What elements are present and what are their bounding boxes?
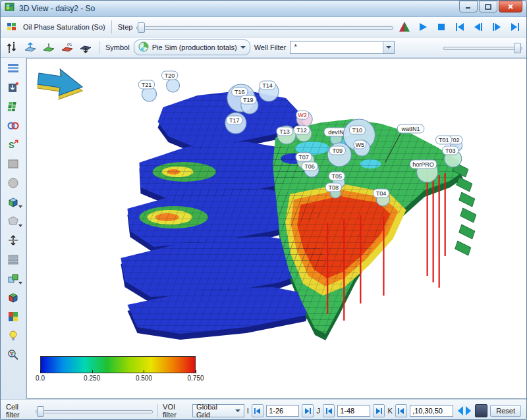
well-pie-symbol[interactable] — [167, 79, 180, 92]
step-forward-button[interactable] — [489, 20, 504, 34]
color-legend: 0.00.2500.5000.750 — [40, 356, 196, 382]
viewport-3d[interactable]: T20T21T16T14T19T17W2T13T12devINJT10W5wat… — [26, 58, 526, 399]
well-label: T12 — [296, 128, 307, 134]
prism-icon — [397, 20, 412, 34]
adjust-layers-icon[interactable] — [5, 40, 19, 55]
k-range-step-buttons[interactable] — [456, 404, 472, 417]
i-range-label: I — [247, 407, 249, 415]
link-wells-icon[interactable] — [4, 117, 22, 134]
color-cube-icon[interactable] — [4, 289, 22, 305]
cell-filter-thumb[interactable] — [37, 406, 44, 417]
main-toolbar: Oil Phase Saturation (So) Step — [1, 17, 526, 38]
legend-tick-label: 0.250 — [84, 375, 100, 382]
north-arrow-icon — [38, 69, 82, 99]
svg-text:P1: P1 — [67, 43, 72, 47]
skip-last-button[interactable] — [508, 20, 522, 34]
legend-ticks: 0.00.2500.5000.750 — [40, 373, 196, 382]
well-filter-dropdown-button[interactable] — [383, 41, 394, 53]
reset-button[interactable]: Reset — [490, 405, 521, 417]
j-range-next-button[interactable] — [373, 404, 385, 417]
k-range-label: K — [387, 407, 392, 415]
layer-green-icon[interactable] — [42, 40, 56, 55]
well-label: T14 — [262, 83, 273, 90]
legend-gradient — [40, 356, 196, 373]
well-label: T13 — [279, 129, 290, 136]
stop-button[interactable] — [434, 20, 449, 34]
well-label: T09 — [332, 148, 343, 155]
minimize-button[interactable] — [459, 1, 478, 13]
k-range-prev-button[interactable] — [395, 404, 407, 417]
window-icon — [5, 2, 15, 15]
maximize-button[interactable] — [479, 1, 497, 13]
well-label: horPRO — [412, 162, 434, 169]
probe-icon[interactable]: S — [4, 136, 22, 153]
chevron-down-icon[interactable] — [18, 224, 22, 227]
well-filter-value[interactable]: * — [291, 41, 383, 53]
voi-filter-dropdown[interactable]: Global Grid — [192, 404, 244, 417]
well-label: T04 — [376, 191, 387, 197]
property-label: Oil Phase Saturation (So) — [23, 23, 105, 31]
report-layers-icon[interactable] — [4, 60, 22, 76]
well-label: T03 — [445, 148, 456, 155]
property-icon[interactable] — [5, 20, 19, 34]
rgb-magnifier-icon[interactable] — [4, 346, 22, 363]
pie-symbol-icon — [138, 41, 149, 53]
opacity-slider-thumb[interactable] — [514, 43, 521, 53]
symbol-label: Symbol — [105, 43, 130, 51]
k-range-input[interactable] — [410, 405, 453, 417]
layer-up-icon[interactable] — [23, 40, 38, 55]
chevron-down-icon — [240, 46, 246, 49]
j-range-label: J — [316, 407, 320, 415]
k-lock-button[interactable] — [475, 404, 487, 417]
step-slider-track[interactable] — [136, 26, 393, 30]
well-label: T06 — [304, 164, 315, 171]
flat-shade-icon[interactable] — [4, 155, 22, 172]
separator — [111, 20, 112, 34]
step-slider[interactable] — [136, 22, 393, 32]
step-slider-thumb[interactable] — [138, 22, 145, 33]
window-title: 3D View - daisy2 - So — [19, 4, 455, 13]
multi-block-icon[interactable] — [4, 270, 22, 286]
i-range-input[interactable] — [266, 405, 299, 417]
play-button[interactable] — [416, 20, 430, 34]
step-label: Step — [118, 23, 133, 31]
j-range-prev-button[interactable] — [323, 404, 335, 417]
separator — [157, 404, 158, 417]
opacity-slider-track[interactable] — [443, 47, 522, 50]
export-view-icon[interactable] — [4, 79, 22, 95]
reservoir-scene: T20T21T16T14T19T17W2T13T12devINJT10W5wat… — [27, 59, 526, 398]
layer-p1-icon[interactable]: P1 — [60, 40, 74, 55]
legend-tick-mark — [40, 370, 41, 373]
cell-filter-track[interactable] — [36, 410, 153, 413]
well-label: T01 — [439, 138, 449, 144]
cell-filter-slider[interactable] — [36, 406, 153, 416]
j-range-input[interactable] — [337, 405, 370, 417]
chevron-down-icon — [235, 409, 240, 412]
titlebar[interactable]: 3D View - daisy2 - So — [1, 1, 526, 17]
i-range-next-button[interactable] — [302, 404, 314, 417]
well-label: T10 — [352, 128, 363, 134]
lamp-icon[interactable] — [4, 327, 22, 344]
chevron-down-icon[interactable] — [18, 282, 22, 284]
separator — [99, 41, 99, 54]
chevron-down-icon[interactable] — [18, 205, 22, 208]
i-range-prev-button[interactable] — [252, 404, 264, 417]
legend-tick-label: 0.750 — [187, 375, 204, 382]
close-button[interactable] — [499, 1, 522, 13]
palette-icon[interactable] — [4, 308, 22, 325]
well-filter-combo[interactable]: * — [290, 41, 395, 54]
layer-down-icon[interactable] — [78, 40, 93, 55]
mesh-mode-icon[interactable] — [4, 213, 22, 229]
legend-tick-mark — [144, 370, 144, 373]
step-back-button[interactable] — [471, 20, 485, 34]
layer-toolbar: P1 Symbol Pie Sim (production totals) We… — [1, 38, 526, 58]
stretch-z-icon[interactable] — [4, 232, 22, 248]
smooth-shade-icon[interactable] — [4, 174, 22, 191]
solid-cube-icon[interactable] — [4, 194, 22, 210]
opacity-slider[interactable] — [443, 42, 522, 53]
legend-tick-label: 0.500 — [136, 375, 152, 382]
symbol-combo[interactable]: Pie Sim (production totals) — [134, 39, 250, 55]
grid-3d-icon[interactable] — [4, 98, 22, 115]
layers-stack-icon[interactable] — [4, 251, 22, 267]
skip-first-button[interactable] — [453, 20, 467, 34]
